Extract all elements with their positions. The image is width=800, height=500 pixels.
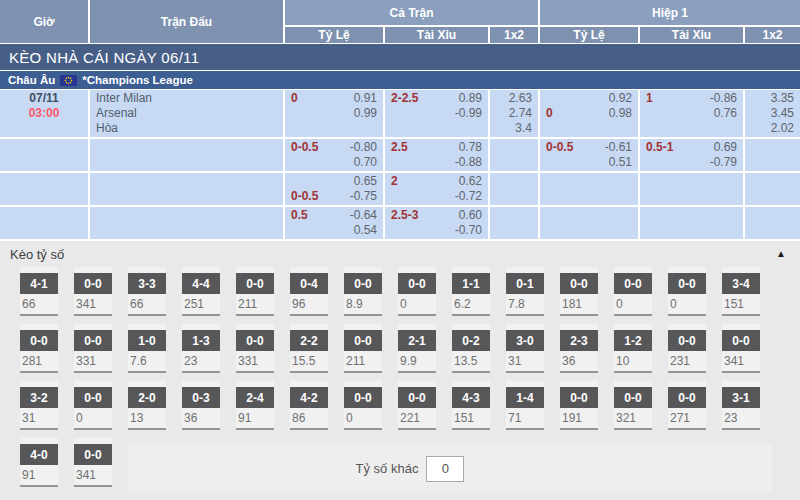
odds-cell-h1-1x2[interactable]: [745, 207, 800, 239]
score-bet-cell[interactable]: 3-123: [722, 381, 760, 430]
score-bet-cell[interactable]: 0-213.5: [452, 324, 490, 373]
odds-cell-h1-handicap[interactable]: 0.9200.98: [540, 90, 638, 137]
score-bet-cell[interactable]: 0-0181: [560, 267, 598, 316]
odds-cell-fm-overunder[interactable]: 2.50.78-0.88: [385, 139, 488, 171]
odds-cell-h1-handicap[interactable]: 0-0.5-0.610.51: [540, 139, 638, 171]
odds-cell-fm-handicap[interactable]: 0.650-0.5-0.75: [285, 173, 383, 205]
score-bet-cell[interactable]: 3-031: [506, 324, 544, 373]
score-bet-cell[interactable]: 0-496: [290, 267, 328, 316]
other-score-input[interactable]: [426, 456, 464, 482]
collapse-icon[interactable]: ▲: [776, 249, 786, 259]
odds-cell-fm-overunder[interactable]: 2-2.50.89-0.99: [385, 90, 488, 137]
column-header-fm-handicap: Tỷ Lệ: [285, 27, 383, 43]
score-bet-cell[interactable]: 0-0281: [20, 324, 58, 373]
score-bet-cell[interactable]: 4-4251: [182, 267, 220, 316]
column-header-fm-1x2: 1x2: [490, 27, 538, 43]
score-bet-cell[interactable]: 0-0271: [668, 381, 706, 430]
match-time-cell: [0, 139, 88, 171]
score-bet-cell[interactable]: 0-0341: [722, 324, 760, 373]
odds-cell-fm-1x2[interactable]: [490, 173, 538, 205]
score-chip: 0-0: [668, 273, 706, 294]
score-bet-cell[interactable]: 3-366: [128, 267, 166, 316]
odds-cell-h1-1x2[interactable]: [745, 173, 800, 205]
odds-cell-h1-overunder[interactable]: 0.5-10.69-0.79: [640, 139, 743, 171]
handicap-label: 0-0.5: [546, 140, 573, 155]
score-bet-cell[interactable]: 0-00: [398, 267, 436, 316]
score-bet-cell[interactable]: 2-336: [560, 324, 598, 373]
odds-cell-h1-overunder[interactable]: [640, 173, 743, 205]
odds-cell-h1-1x2[interactable]: 3.353.452.02: [745, 90, 800, 137]
score-chip: 0-3: [182, 387, 220, 408]
score-bet-cell[interactable]: 0-0341: [74, 267, 112, 316]
match-teams-cell[interactable]: Inter MilanArsenalHòa: [90, 90, 283, 137]
score-bet-cell[interactable]: 4-091: [20, 438, 58, 487]
match-teams-cell[interactable]: [90, 173, 283, 205]
score-bet-cell[interactable]: 1-16.2: [452, 267, 490, 316]
score-chip: 0-2: [452, 330, 490, 351]
odds-value: 0.65: [354, 174, 377, 189]
odds-cell-fm-overunder[interactable]: 2.5-30.60-0.70: [385, 207, 488, 239]
score-bet-cell[interactable]: 0-0221: [398, 381, 436, 430]
score-bet-cell[interactable]: 0-0331: [236, 324, 274, 373]
score-bet-cell[interactable]: 0-17.8: [506, 267, 544, 316]
score-bet-cell[interactable]: 0-00: [74, 381, 112, 430]
score-bet-cell[interactable]: 0-0231: [668, 324, 706, 373]
odds-cell-fm-handicap[interactable]: 0-0.5-0.800.70: [285, 139, 383, 171]
odds-cell-fm-1x2[interactable]: 2.632.743.4: [490, 90, 538, 137]
match-teams-cell[interactable]: [90, 207, 283, 239]
odds-cell-h1-overunder[interactable]: 1-0.860.76: [640, 90, 743, 137]
odds-value: -0.75: [350, 189, 377, 204]
score-bet-cell[interactable]: 0-0211: [344, 324, 382, 373]
score-bet-cell[interactable]: 4-3151: [452, 381, 490, 430]
odds-cell-fm-overunder[interactable]: 20.62-0.72: [385, 173, 488, 205]
score-bet-cell[interactable]: 3-231: [20, 381, 58, 430]
score-odds-value: 321: [614, 408, 652, 425]
odds-cell-h1-overunder[interactable]: [640, 207, 743, 239]
score-chip: 3-1: [722, 387, 760, 408]
score-bet-cell[interactable]: 1-07.6: [128, 324, 166, 373]
other-score-label: Tỷ số khác: [356, 461, 419, 476]
score-bet-cell[interactable]: 2-215.5: [290, 324, 328, 373]
score-bet-cell[interactable]: 2-491: [236, 381, 274, 430]
odds-cell-fm-handicap[interactable]: 0.5-0.640.54: [285, 207, 383, 239]
odds-cell-h1-1x2[interactable]: [745, 139, 800, 171]
score-bet-cell[interactable]: 0-00: [344, 381, 382, 430]
score-chip: 4-0: [20, 444, 58, 465]
score-bet-cell[interactable]: 1-323: [182, 324, 220, 373]
handicap-label: 0.5-1: [646, 140, 673, 155]
odds-cell-h1-handicap[interactable]: [540, 207, 638, 239]
draw-label: Hòa: [96, 121, 277, 136]
score-bet-cell[interactable]: 0-08.9: [344, 267, 382, 316]
score-odds-value: 6.2: [452, 294, 490, 311]
score-chip: 0-0: [236, 330, 274, 351]
score-bet-cell[interactable]: 0-0331: [74, 324, 112, 373]
score-bet-cell[interactable]: 4-166: [20, 267, 58, 316]
score-bet-cell[interactable]: 0-00: [614, 267, 652, 316]
away-team: Arsenal: [96, 106, 277, 121]
odds-row: 0.650-0.5-0.7520.62-0.72: [0, 173, 800, 205]
score-bet-cell[interactable]: 3-4151: [722, 267, 760, 316]
score-bet-cell[interactable]: 0-0341: [74, 438, 112, 487]
score-odds-value: 23: [182, 351, 220, 368]
score-bet-cell[interactable]: 0-336: [182, 381, 220, 430]
match-teams-cell[interactable]: [90, 139, 283, 171]
league-bar[interactable]: Châu Âu *Champions League: [0, 71, 800, 89]
score-bet-cell[interactable]: 1-471: [506, 381, 544, 430]
odds-cell-fm-1x2[interactable]: [490, 207, 538, 239]
score-bet-cell[interactable]: 0-0211: [236, 267, 274, 316]
odds-cell-h1-handicap[interactable]: [540, 173, 638, 205]
score-bet-cell[interactable]: 0-00: [668, 267, 706, 316]
score-bet-cell[interactable]: 4-286: [290, 381, 328, 430]
odds-cell-fm-handicap[interactable]: 00.910.99: [285, 90, 383, 137]
eu-flag-icon: [60, 75, 77, 86]
column-group-full-match: Cả Trận: [285, 0, 538, 25]
score-chip: 0-0: [344, 330, 382, 351]
odds-cell-fm-1x2[interactable]: [490, 139, 538, 171]
score-bet-cell[interactable]: 0-0191: [560, 381, 598, 430]
odds-line: 0-0.5-0.80: [291, 140, 377, 155]
score-bet-cell[interactable]: 2-013: [128, 381, 166, 430]
score-bet-cell[interactable]: 0-0321: [614, 381, 652, 430]
score-bet-cell[interactable]: 2-19.9: [398, 324, 436, 373]
odds-line: 0.76: [646, 106, 737, 121]
score-bet-cell[interactable]: 1-210: [614, 324, 652, 373]
